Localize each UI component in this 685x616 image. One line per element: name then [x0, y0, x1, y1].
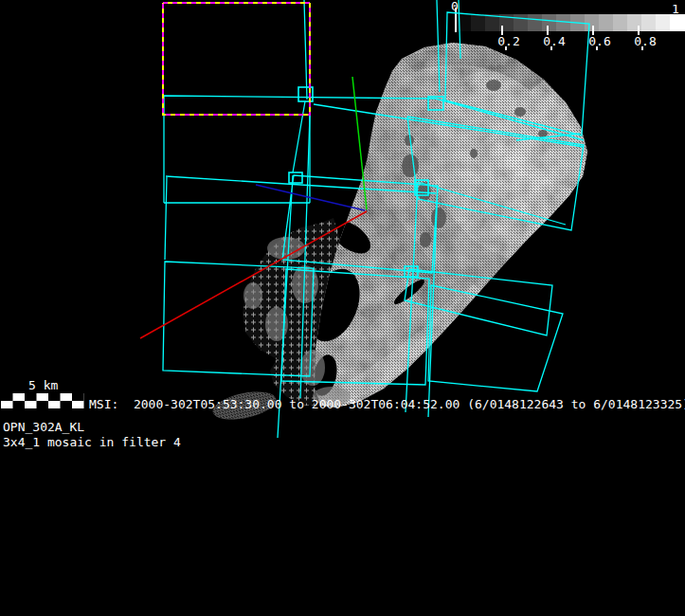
observation-time-range: MSI: 2000-302T05:53:30.00 to 2000-302T06…: [89, 397, 685, 411]
sequence-id: OPN_302A_KL: [3, 420, 84, 434]
mosaic-view-canvas[interactable]: [0, 0, 685, 616]
colorbar-tick-label: 0.4: [542, 34, 567, 48]
scale-bar-label: 5 km: [28, 378, 58, 392]
colorbar-max-label: 1: [672, 2, 679, 16]
scale-bar-checker: [1, 393, 84, 408]
mosaic-description: 3x4_1 mosaic in filter 4: [3, 435, 181, 449]
colorbar-tick-label: 0.8: [633, 34, 658, 48]
colorbar-tick-label: 0.6: [587, 34, 612, 48]
msi-mosaic-planner-window: 0 1 0.2 0.4 0.6 0.8 5 km MSI: 2000-302T0…: [0, 0, 685, 616]
colorbar-tick-label: 0.2: [496, 34, 521, 48]
colorbar-min-label: 0: [451, 0, 459, 13]
off-target-footprint: [163, 3, 310, 115]
